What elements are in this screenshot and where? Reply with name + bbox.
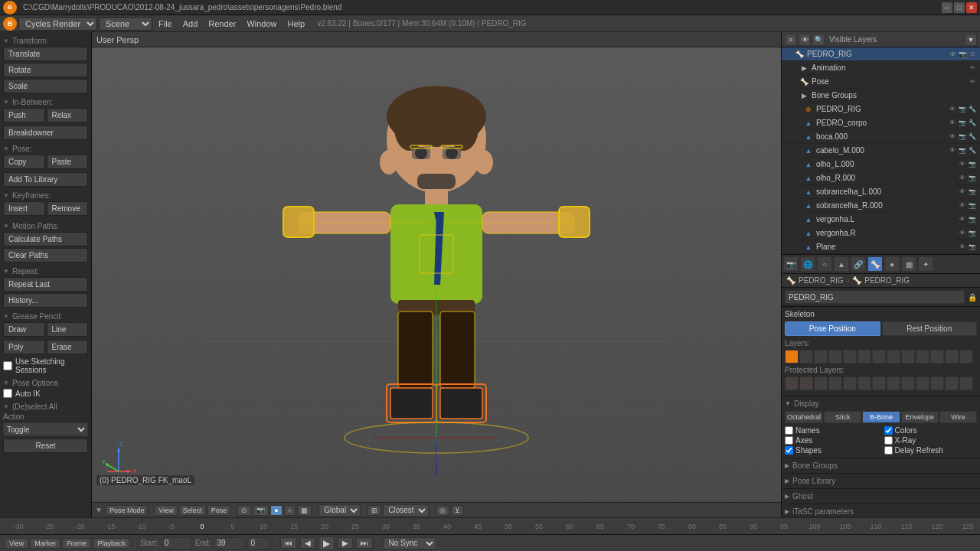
vp-texture-btn[interactable]: ▦ bbox=[297, 505, 312, 516]
layer-13[interactable] bbox=[959, 350, 973, 364]
olhol-cam-icon[interactable]: 📷 bbox=[968, 160, 977, 169]
menu-add[interactable]: Add bbox=[178, 18, 203, 30]
use-sketching-checkbox[interactable]: Use Sketching Sessions bbox=[3, 357, 88, 374]
bone-groups-title[interactable]: Bone Groups bbox=[785, 461, 977, 470]
view-icon[interactable]: 👁 bbox=[799, 34, 811, 46]
rotate-button[interactable]: Rotate bbox=[3, 63, 88, 77]
action-select[interactable]: Toggle bbox=[3, 422, 88, 436]
blender-icon[interactable]: B bbox=[3, 17, 17, 31]
line-button[interactable]: Line bbox=[47, 322, 89, 337]
prop-tab-object[interactable]: ▲ bbox=[834, 256, 849, 272]
viewport-pose-btn[interactable]: Pose bbox=[207, 505, 231, 516]
name-input[interactable] bbox=[785, 290, 965, 304]
olhor-cam-icon[interactable]: 📷 bbox=[968, 174, 977, 183]
protected-layer-3[interactable] bbox=[814, 377, 828, 390]
protected-layer-7[interactable] bbox=[872, 377, 886, 390]
stick-btn[interactable]: Stick bbox=[824, 411, 861, 423]
prop-tab-render[interactable]: 📷 bbox=[783, 256, 799, 272]
vp-wire-btn[interactable]: ○ bbox=[284, 505, 296, 516]
layer-3[interactable] bbox=[814, 350, 828, 364]
shapes-input[interactable] bbox=[785, 446, 793, 455]
translate-button[interactable]: Translate bbox=[3, 47, 88, 61]
outliner-item-pedro-corpo[interactable]: ▲ PEDRO_corpo 👁 📷 🔧 bbox=[782, 116, 980, 130]
rig2-eye-icon[interactable]: 👁 bbox=[948, 105, 957, 114]
rig2-cam-icon[interactable]: 📷 bbox=[958, 105, 967, 114]
prop-tab-material[interactable]: ● bbox=[884, 256, 900, 272]
paste-button[interactable]: Paste bbox=[47, 155, 89, 169]
engine-selector[interactable]: Cycles Render bbox=[18, 17, 97, 31]
tl-marker-btn[interactable]: Marker bbox=[30, 538, 60, 549]
clear-paths-button[interactable]: Clear Paths bbox=[3, 248, 88, 262]
rig2-tools-icon[interactable]: 🔧 bbox=[968, 105, 977, 114]
jump-end-btn[interactable]: ⏭ bbox=[356, 537, 373, 549]
end-frame-input[interactable]: 39 bbox=[214, 537, 244, 549]
tl-view-btn[interactable]: View bbox=[5, 538, 28, 549]
layer-5[interactable] bbox=[843, 350, 857, 364]
prop-tab-scene[interactable]: 🌐 bbox=[800, 256, 815, 272]
close-button[interactable]: ✕ bbox=[966, 2, 977, 13]
tl-playback-btn[interactable]: Playback bbox=[93, 538, 130, 549]
protected-layer-1[interactable] bbox=[785, 377, 799, 390]
layer-9[interactable] bbox=[901, 350, 915, 364]
start-frame-input[interactable]: 0 bbox=[162, 537, 192, 549]
layer-2[interactable] bbox=[799, 350, 813, 364]
outliner-item-pedro-rig[interactable]: 🦴 PEDRO_RIG 👁 📷 ⊙ bbox=[782, 47, 980, 61]
tl-frame-btn[interactable]: Frame bbox=[62, 538, 91, 549]
breakdowner-button[interactable]: Breakdowner bbox=[3, 126, 88, 140]
protected-layer-2[interactable] bbox=[799, 377, 813, 390]
draw-button[interactable]: Draw bbox=[3, 322, 45, 337]
outliner-item-animation[interactable]: ▶ Animation ✏ bbox=[782, 61, 980, 75]
layer-11[interactable] bbox=[930, 350, 944, 364]
axes-check[interactable]: Axes bbox=[785, 436, 878, 445]
prop-tab-world[interactable]: ○ bbox=[817, 256, 832, 272]
corpo-eye-icon[interactable]: 👁 bbox=[948, 119, 957, 128]
erase-button[interactable]: Erase bbox=[47, 340, 89, 354]
scene-selector[interactable]: Scene bbox=[99, 17, 152, 31]
outliner-filter-icon[interactable]: ▼ bbox=[965, 34, 977, 46]
sync-select[interactable]: No Sync bbox=[383, 537, 436, 549]
menu-help[interactable]: Help bbox=[283, 18, 310, 30]
sobl-eye-icon[interactable]: 👁 bbox=[958, 187, 967, 197]
outliner-item-sobrancelha-l[interactable]: ▲ sobrancelha_L.000 👁 📷 bbox=[782, 185, 980, 199]
protected-layer-9[interactable] bbox=[901, 377, 915, 390]
auto-ik-checkbox[interactable]: Auto IK bbox=[3, 389, 88, 398]
cam-icon[interactable]: 📷 bbox=[958, 50, 967, 59]
maximize-button[interactable]: □ bbox=[954, 2, 965, 13]
poly-button[interactable]: Poly bbox=[3, 340, 45, 354]
layer-6[interactable] bbox=[858, 350, 871, 364]
vergl-cam-icon[interactable]: 📷 bbox=[968, 215, 977, 224]
menu-render[interactable]: Render bbox=[204, 18, 240, 30]
outliner-item-olho-l[interactable]: ▲ olho_L.000 👁 📷 bbox=[782, 158, 980, 171]
push-button[interactable]: Push bbox=[3, 108, 45, 122]
sobl-cam-icon[interactable]: 📷 bbox=[968, 187, 977, 197]
outliner-item-sobrancelha-r[interactable]: ▲ sobrancelha_R.000 👁 📷 bbox=[782, 199, 980, 213]
protected-layer-10[interactable] bbox=[916, 377, 929, 390]
itasc-title[interactable]: iTaSC parameters bbox=[785, 507, 977, 516]
snap-button[interactable]: ⊞ bbox=[368, 505, 381, 516]
outliner-icon[interactable]: ≡ bbox=[785, 34, 797, 46]
cabelo-tools-icon[interactable]: 🔧 bbox=[968, 146, 977, 155]
vp-camera-btn[interactable]: 📷 bbox=[253, 505, 269, 516]
viewport-select-btn[interactable]: Select bbox=[179, 505, 206, 516]
vergl-eye-icon[interactable]: 👁 bbox=[958, 215, 967, 224]
use-sketching-input[interactable] bbox=[3, 361, 12, 370]
ghost-title[interactable]: Ghost bbox=[785, 492, 977, 500]
prop-tab-constraints[interactable]: 🔗 bbox=[851, 256, 866, 272]
lock-icon[interactable]: 🔒 bbox=[968, 293, 977, 302]
protected-layer-13[interactable] bbox=[959, 377, 973, 390]
scale-button[interactable]: Scale bbox=[3, 79, 88, 93]
prop-tab-particles[interactable]: ✦ bbox=[918, 256, 933, 272]
prop-tab-data[interactable]: 🦴 bbox=[867, 256, 883, 272]
viewport[interactable]: User Persp bbox=[92, 32, 781, 517]
auto-ik-input[interactable] bbox=[3, 389, 12, 398]
protected-layer-5[interactable] bbox=[843, 377, 857, 390]
menu-file[interactable]: File bbox=[154, 18, 177, 30]
render-icon[interactable]: ⊙ bbox=[968, 50, 977, 59]
layer-12[interactable] bbox=[945, 350, 959, 364]
protected-layer-4[interactable] bbox=[828, 377, 842, 390]
transform-select[interactable]: Global Local bbox=[318, 504, 361, 517]
cabelo-eye-icon[interactable]: 👁 bbox=[948, 146, 957, 155]
add-to-library-button[interactable]: Add To Library bbox=[3, 172, 88, 187]
layer-10[interactable] bbox=[916, 350, 929, 364]
snap-select[interactable]: Closest bbox=[383, 504, 429, 517]
